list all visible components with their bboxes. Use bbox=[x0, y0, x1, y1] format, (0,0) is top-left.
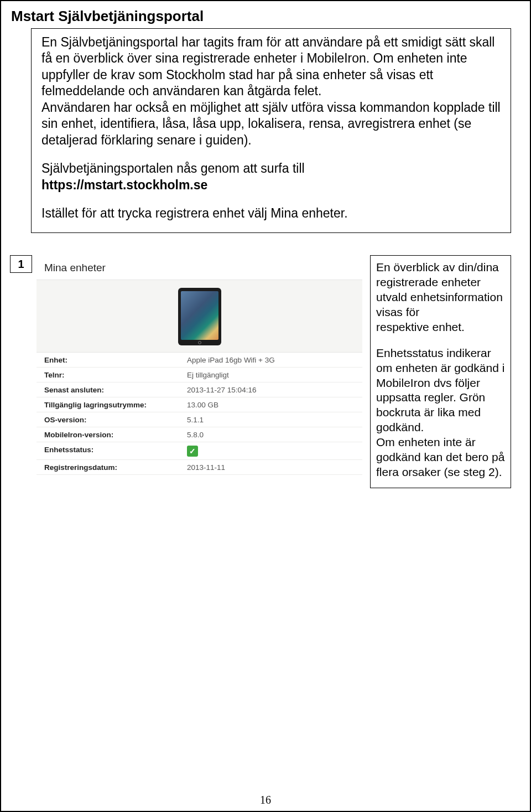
device-info-label: Tillgänglig lagringsutrymme: bbox=[44, 401, 187, 409]
device-info-row: OS-version:5.1.1 bbox=[37, 412, 362, 427]
device-info-row: Telnr:Ej tillgängligt bbox=[37, 368, 362, 382]
screenshot-header: Mina enheter bbox=[37, 255, 362, 280]
page-number: 16 bbox=[1, 794, 530, 806]
device-info-value: 5.8.0 bbox=[187, 431, 355, 439]
device-info-value: 5.1.1 bbox=[187, 416, 355, 424]
device-info-row: Registreringsdatum:2013-11-11 bbox=[37, 460, 362, 475]
device-info-label: Telnr: bbox=[44, 371, 187, 379]
device-info-value: Apple iPad 16gb Wifi + 3G bbox=[187, 356, 355, 364]
device-info-row: Tillgänglig lagringsutrymme:13.00 GB bbox=[37, 397, 362, 412]
device-info-value: Ej tillgängligt bbox=[187, 371, 355, 379]
device-info-value: ✓ bbox=[187, 446, 355, 457]
device-info-label: Registreringsdatum: bbox=[44, 463, 187, 472]
step-badge: 1 bbox=[10, 255, 32, 273]
desc-p1: En överblick av din/dina registrerade en… bbox=[376, 260, 505, 320]
device-info-row: Enhetsstatus:✓ bbox=[37, 442, 362, 460]
screenshot-panel: Mina enheter Enhet:Apple iPad 16gb Wifi … bbox=[37, 255, 362, 488]
device-info-label: MobileIron-version: bbox=[44, 431, 187, 439]
description-col: En överblick av din/dina registrerade en… bbox=[370, 255, 511, 488]
desc-p2: Enhetsstatus indikerar om enheten är god… bbox=[376, 346, 505, 376]
intro-p1: En Självbetjäningsportal har tagits fram… bbox=[41, 34, 501, 100]
device-info-row: Enhet:Apple iPad 16gb Wifi + 3G bbox=[37, 353, 362, 368]
device-info-label: Enhetsstatus: bbox=[44, 446, 187, 457]
device-info-row: MobileIron-version:5.8.0 bbox=[37, 427, 362, 442]
intro-url: https://mstart.stockholm.se bbox=[41, 177, 501, 193]
content-row: 1 Mina enheter Enhet:Apple iPad 16gb Wif… bbox=[10, 255, 511, 488]
desc-p2b: MobileIron dvs följer uppsatta regler. G… bbox=[376, 376, 505, 436]
device-info-list: Enhet:Apple iPad 16gb Wifi + 3GTelnr:Ej … bbox=[37, 353, 362, 475]
page-frame: Mstart Självbetjäningsportal En Självbet… bbox=[0, 0, 531, 812]
device-info-label: OS-version: bbox=[44, 416, 187, 424]
intro-box: En Självbetjäningsportal har tagits fram… bbox=[31, 28, 511, 233]
device-info-value: 2013-11-11 bbox=[187, 463, 355, 472]
device-screenshot: Mina enheter Enhet:Apple iPad 16gb Wifi … bbox=[37, 255, 362, 475]
device-info-label: Senast ansluten: bbox=[44, 386, 187, 394]
step-col: 1 bbox=[10, 255, 37, 488]
device-image-row bbox=[37, 280, 362, 353]
intro-p2: Användaren har också en möjlighet att sj… bbox=[41, 100, 501, 148]
device-info-row: Senast ansluten:2013-11-27 15:04:16 bbox=[37, 382, 362, 397]
description-box: En överblick av din/dina registrerade en… bbox=[370, 255, 511, 488]
device-info-value: 2013-11-27 15:04:16 bbox=[187, 386, 355, 394]
intro-p4: Istället för att trycka registrera enhet… bbox=[41, 205, 501, 221]
ipad-icon bbox=[178, 288, 221, 345]
desc-p2c: Om enheten inte är godkänd kan det bero … bbox=[376, 435, 505, 480]
device-info-value: 13.00 GB bbox=[187, 401, 355, 409]
device-info-label: Enhet: bbox=[44, 356, 187, 364]
page-title: Mstart Självbetjäningsportal bbox=[11, 8, 521, 25]
desc-p1b: respektive enhet. bbox=[376, 320, 505, 335]
checkmark-icon: ✓ bbox=[187, 446, 198, 457]
intro-p3: Självbetjäningsportalen nås genom att su… bbox=[41, 161, 501, 177]
